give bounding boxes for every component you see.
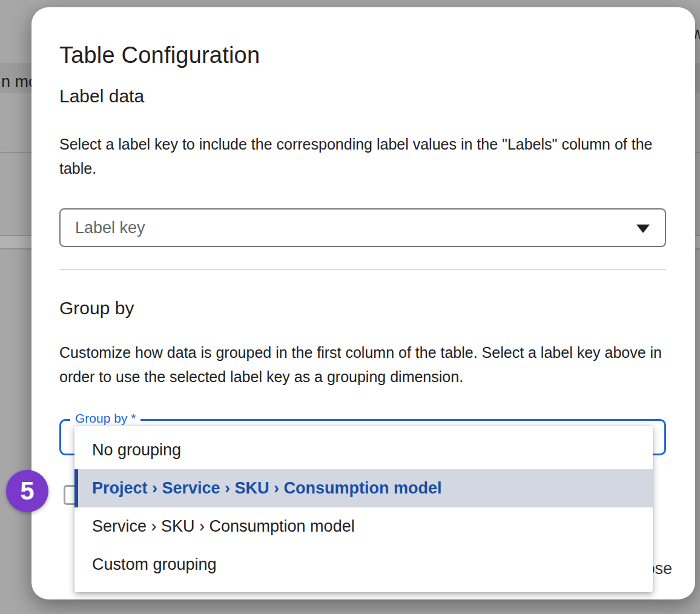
table-configuration-dialog: Table Configuration Label data Select a … — [31, 7, 695, 599]
dropdown-option-no-grouping[interactable]: No grouping — [74, 431, 653, 469]
label-data-description: Select a label key to include the corres… — [59, 132, 671, 180]
label-data-heading: Label data — [59, 86, 144, 107]
label-key-select[interactable]: Label key — [59, 208, 666, 247]
dropdown-arrow-icon — [636, 225, 650, 233]
group-by-description: Customize how data is grouped in the fir… — [59, 340, 671, 389]
label-key-placeholder: Label key — [75, 219, 145, 237]
group-by-field-label: Group by * — [70, 411, 140, 426]
group-by-dropdown-menu: No grouping Project › Service › SKU › Co… — [74, 426, 653, 592]
dropdown-option-project-service-sku-consumption-model[interactable]: Project › Service › SKU › Consumption mo… — [74, 469, 653, 507]
section-divider — [59, 269, 666, 270]
group-by-heading: Group by — [59, 298, 134, 319]
dialog-title: Table Configuration — [59, 42, 260, 68]
dropdown-option-service-sku-consumption-model[interactable]: Service › SKU › Consumption model — [74, 507, 653, 546]
annotation-step-badge: 5 — [6, 470, 48, 512]
dropdown-option-custom-grouping[interactable]: Custom grouping — [74, 546, 653, 584]
